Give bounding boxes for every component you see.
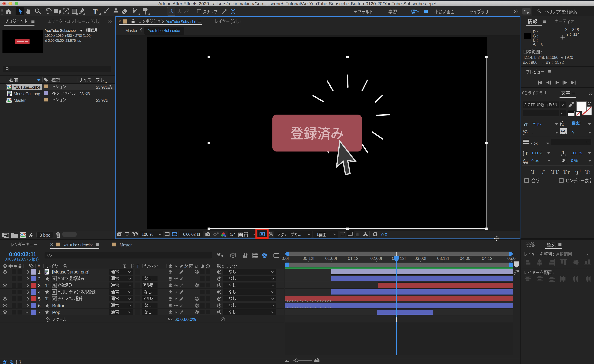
svg-text:T: T bbox=[525, 122, 528, 126]
svg-text:PNG: PNG bbox=[45, 273, 48, 274]
svg-text:a: a bbox=[526, 160, 528, 163]
svg-text:T: T bbox=[562, 150, 565, 155]
svg-text:A: A bbox=[563, 129, 565, 133]
svg-text:A: A bbox=[523, 158, 526, 163]
svg-text:T: T bbox=[525, 151, 528, 156]
svg-text:PNG: PNG bbox=[8, 94, 11, 96]
svg-text:A: A bbox=[562, 124, 564, 127]
